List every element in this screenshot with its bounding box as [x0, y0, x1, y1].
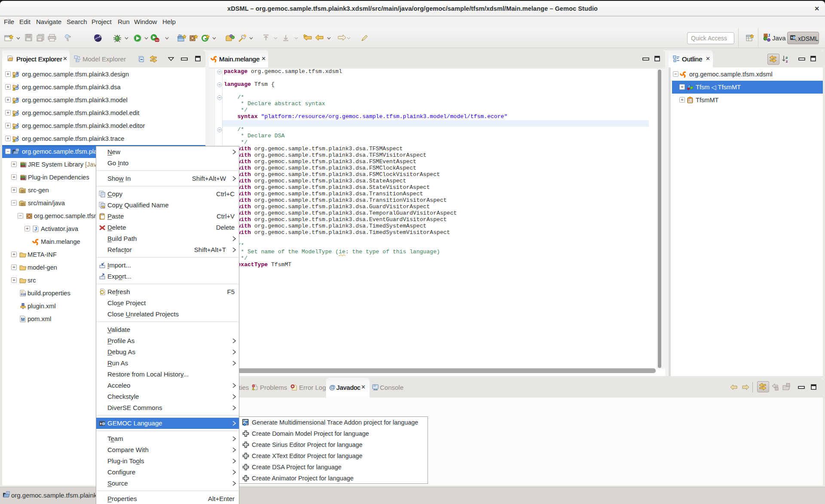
svg-text:J: J — [16, 122, 18, 127]
svg-text:J: J — [16, 84, 18, 88]
svg-text:z: z — [786, 59, 788, 64]
svg-text:J: J — [768, 33, 770, 38]
svg-text:Gr: Gr — [178, 34, 182, 37]
svg-text:M: M — [21, 317, 24, 322]
svg-text:J: J — [16, 135, 18, 140]
svg-text:J: J — [34, 226, 37, 231]
svg-text:J: J — [16, 109, 18, 114]
svg-text:M: M — [16, 97, 19, 101]
svg-text:M: M — [16, 71, 19, 75]
svg-text:010: 010 — [21, 293, 26, 296]
